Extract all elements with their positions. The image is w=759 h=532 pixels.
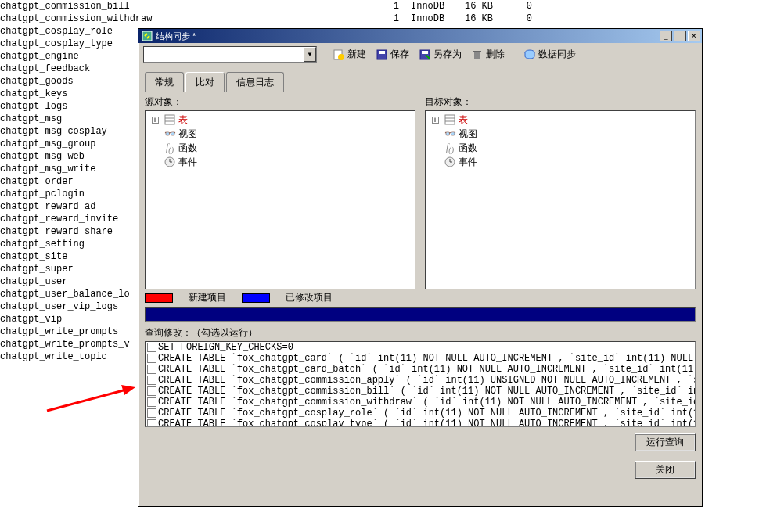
legend-new-swatch <box>145 293 173 303</box>
titlebar: 结构同步 * _ □ ✕ <box>138 29 702 43</box>
maximize-button[interactable]: □ <box>674 31 686 41</box>
close-window-button[interactable]: ✕ <box>688 31 700 41</box>
sql-row[interactable]: CREATE TABLE `fox_chatgpt_card_batch` ( … <box>146 364 695 375</box>
sql-text: CREATE TABLE `fox_chatgpt_commission_app… <box>158 375 695 386</box>
tab-compare[interactable]: 比对 <box>185 72 225 92</box>
source-label: 源对象： <box>145 95 415 109</box>
toolbar: ▼ 新建 保存 另存为 删除 数据同步 <box>138 43 702 66</box>
run-query-button[interactable]: 运行查询 <box>635 433 696 451</box>
new-button[interactable]: 新建 <box>329 46 369 63</box>
close-button[interactable]: 关闭 <box>635 461 696 479</box>
sql-checkbox[interactable] <box>147 376 156 385</box>
table-icon <box>164 113 176 126</box>
sql-row[interactable]: CREATE TABLE `fox_chatgpt_commission_app… <box>146 375 695 386</box>
sql-text: CREATE TABLE `fox_chatgpt_card_batch` ( … <box>158 364 695 375</box>
event-icon <box>164 156 176 168</box>
profile-combo[interactable]: ▼ <box>143 46 317 63</box>
table-row[interactable]: chatgpt_commission_withdraw1InnoDB16 KB0 <box>0 13 532 25</box>
source-tree[interactable]: + 表 👓 视图 f() 函数 <box>145 110 415 289</box>
annotation-arrow <box>43 379 141 415</box>
sql-row[interactable]: CREATE TABLE `fox_chatgpt_card` ( `id` i… <box>146 353 695 364</box>
sql-checkbox[interactable] <box>147 419 156 427</box>
trash-icon <box>471 49 484 61</box>
target-label: 目标对象： <box>425 95 696 109</box>
table-icon <box>444 113 456 126</box>
query-modify-label: 查询修改：（勾选以运行） <box>145 326 696 340</box>
tree-events[interactable]: 事件 <box>427 155 693 169</box>
svg-rect-0 <box>142 31 152 41</box>
target-tree[interactable]: + 表 👓 视图 f() 函数 <box>425 110 696 289</box>
sql-row[interactable]: CREATE TABLE `fox_chatgpt_cosplay_type` … <box>146 419 695 427</box>
view-icon: 👓 <box>444 128 456 140</box>
progress-bar <box>145 307 696 322</box>
tree-functions[interactable]: f() 函数 <box>427 141 693 155</box>
legend-new-label: 新建项目 <box>189 291 226 304</box>
tab-general[interactable]: 常规 <box>145 72 184 92</box>
sql-text: CREATE TABLE `fox_chatgpt_cosplay_role` … <box>158 408 695 419</box>
tree-views[interactable]: 👓 视图 <box>427 127 693 141</box>
svg-rect-4 <box>379 51 385 54</box>
datasync-icon <box>523 49 536 61</box>
sql-checkbox[interactable] <box>147 343 156 352</box>
svg-point-2 <box>338 54 344 60</box>
chevron-down-icon[interactable]: ▼ <box>304 47 316 62</box>
svg-line-22 <box>47 389 129 411</box>
function-icon: f() <box>444 142 456 154</box>
legend-modified-swatch <box>242 293 270 303</box>
tabstrip: 常规 比对 信息日志 <box>138 66 702 92</box>
saveas-button[interactable]: 另存为 <box>415 46 465 63</box>
target-panel: 目标对象： + 表 👓 视图 f() 函数 <box>425 95 696 289</box>
sql-checkbox[interactable] <box>147 386 156 396</box>
sql-text: CREATE TABLE `fox_chatgpt_card` ( `id` i… <box>158 353 695 364</box>
svg-rect-7 <box>474 52 480 59</box>
table-row[interactable]: chatgpt_commission_bill1InnoDB16 KB0 <box>0 0 532 13</box>
datasync-button[interactable]: 数据同步 <box>520 46 579 63</box>
structure-sync-dialog: 结构同步 * _ □ ✕ ▼ 新建 保存 另存为 删除 <box>138 28 703 507</box>
svg-rect-10 <box>165 115 174 124</box>
sql-row[interactable]: CREATE TABLE `fox_chatgpt_commission_bil… <box>146 386 695 397</box>
tree-views[interactable]: 👓 视图 <box>147 127 413 141</box>
tree-events[interactable]: 事件 <box>147 155 413 169</box>
sql-checkbox[interactable] <box>147 408 156 418</box>
svg-rect-8 <box>473 51 481 52</box>
sql-checklist[interactable]: SET FOREIGN_KEY_CHECKS=0CREATE TABLE `fo… <box>145 341 696 427</box>
new-icon <box>333 49 345 61</box>
profile-input[interactable] <box>144 47 304 62</box>
sql-checkbox[interactable] <box>147 365 156 374</box>
svg-rect-6 <box>422 51 428 54</box>
sql-row[interactable]: CREATE TABLE `fox_chatgpt_commission_wit… <box>146 397 695 408</box>
source-panel: 源对象： + 表 👓 视图 f() 函数 <box>145 95 415 289</box>
expand-icon[interactable]: + <box>429 117 441 124</box>
event-icon <box>444 156 456 168</box>
svg-marker-23 <box>121 385 135 395</box>
sql-row[interactable]: SET FOREIGN_KEY_CHECKS=0 <box>146 342 695 353</box>
save-button[interactable]: 保存 <box>372 46 412 63</box>
sql-text: CREATE TABLE `fox_chatgpt_cosplay_type` … <box>158 419 695 427</box>
saveas-icon <box>419 49 431 61</box>
app-icon <box>142 31 153 41</box>
tree-functions[interactable]: f() 函数 <box>147 141 413 155</box>
sql-row[interactable]: CREATE TABLE `fox_chatgpt_cosplay_role` … <box>146 408 695 419</box>
dialog-title: 结构同步 * <box>156 31 660 42</box>
sql-text: CREATE TABLE `fox_chatgpt_commission_bil… <box>158 386 695 397</box>
save-icon <box>376 49 388 61</box>
tab-content: 源对象： + 表 👓 视图 f() 函数 <box>138 92 702 506</box>
tree-tables[interactable]: + 表 <box>147 113 413 127</box>
minimize-button[interactable]: _ <box>660 31 672 41</box>
sql-checkbox[interactable] <box>147 354 156 363</box>
delete-button[interactable]: 删除 <box>468 46 508 63</box>
sql-text: CREATE TABLE `fox_chatgpt_commission_wit… <box>158 397 695 408</box>
sql-text: SET FOREIGN_KEY_CHECKS=0 <box>158 342 293 353</box>
tab-log[interactable]: 信息日志 <box>226 72 284 92</box>
sql-checkbox[interactable] <box>147 397 156 407</box>
expand-icon[interactable]: + <box>149 117 161 124</box>
view-icon: 👓 <box>164 128 176 140</box>
legend-modified-label: 已修改项目 <box>286 291 333 304</box>
svg-rect-16 <box>445 115 455 124</box>
tree-tables[interactable]: + 表 <box>427 113 693 127</box>
legend: 新建项目 已修改项目 <box>145 291 696 304</box>
function-icon: f() <box>164 142 176 154</box>
